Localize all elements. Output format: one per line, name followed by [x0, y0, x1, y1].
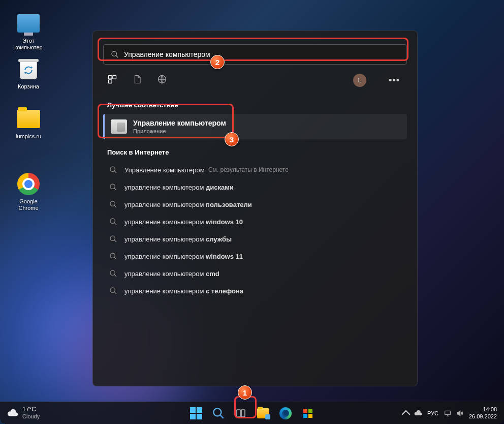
taskbar-center: [186, 403, 318, 423]
desktop-icon-label: Google Chrome: [9, 198, 48, 211]
tray-date: 26.09.2022: [469, 413, 497, 420]
svg-line-7: [114, 171, 116, 173]
search-input[interactable]: [124, 50, 399, 58]
svg-rect-25: [241, 410, 245, 417]
tray-datetime[interactable]: 14:08 26.09.2022: [469, 406, 497, 419]
svg-line-17: [114, 257, 116, 259]
svg-point-20: [110, 288, 115, 292]
svg-point-22: [213, 408, 221, 416]
svg-point-10: [110, 201, 115, 206]
tray-onedrive-icon[interactable]: [414, 409, 422, 417]
svg-line-9: [114, 188, 116, 190]
svg-line-13: [114, 223, 116, 225]
web-result-item[interactable]: управление компьютером дисками: [103, 178, 407, 196]
svg-point-18: [110, 270, 115, 275]
svg-point-0: [112, 51, 116, 56]
section-title-web: Поиск в Интернете: [107, 148, 407, 156]
tray-network-icon[interactable]: [444, 409, 452, 417]
svg-line-11: [114, 205, 116, 207]
tray-time: 14:08: [469, 406, 497, 413]
tab-apps-icon[interactable]: [107, 74, 117, 86]
search-box[interactable]: [103, 44, 407, 65]
svg-line-23: [220, 415, 224, 418]
desktop-icon-this-pc[interactable]: Этот компьютер: [9, 11, 48, 51]
section-title-best-match: Лучшее соответствие: [107, 101, 407, 109]
web-result-item[interactable]: управление компьютером windows 11: [103, 248, 407, 265]
svg-point-16: [110, 253, 115, 258]
search-tabs: L •••: [103, 72, 407, 92]
svg-point-8: [110, 184, 115, 189]
taskbar-tray: РУС 14:08 26.09.2022: [403, 406, 504, 419]
web-result-item[interactable]: управление компьютером cmd: [103, 265, 407, 282]
taskbar-edge-button[interactable]: [275, 403, 296, 423]
search-icon: [109, 287, 117, 295]
taskbar-explorer-button[interactable]: [253, 403, 273, 423]
tab-documents-icon[interactable]: [133, 74, 142, 86]
callout-badge-2: 2: [210, 55, 225, 69]
search-icon: [109, 218, 117, 226]
desktop-icon-label: Этот компьютер: [9, 38, 48, 51]
svg-rect-26: [445, 411, 451, 414]
tray-chevron-icon[interactable]: [403, 409, 409, 417]
desktop-icon-label: lumpics.ru: [9, 133, 48, 140]
search-icon: [109, 252, 117, 260]
svg-line-21: [114, 292, 116, 294]
weather-temp: 17°C: [22, 406, 40, 413]
svg-rect-4: [109, 80, 112, 83]
tray-language[interactable]: РУС: [427, 410, 438, 416]
tray-volume-icon[interactable]: [456, 409, 464, 417]
desktop-icon-label: Корзина: [9, 83, 48, 90]
web-result-item[interactable]: управление компьютером windows 10: [103, 213, 407, 230]
web-result-item[interactable]: управление компьютером с телефона: [103, 282, 407, 299]
taskbar: 17°C Cloudy РУС 14:08 26.09.2022: [0, 402, 504, 424]
svg-point-14: [110, 236, 115, 240]
web-result-item[interactable]: Управление компьютером - См. результаты …: [103, 161, 407, 178]
taskbar-weather[interactable]: 17°C Cloudy: [0, 406, 40, 419]
svg-line-15: [114, 240, 116, 242]
tab-web-icon[interactable]: [157, 74, 167, 86]
svg-line-1: [116, 55, 118, 57]
svg-point-12: [110, 219, 115, 223]
taskbar-taskview-button[interactable]: [231, 403, 251, 423]
weather-cond: Cloudy: [22, 413, 40, 420]
best-match-title: Управление компьютером: [133, 119, 226, 127]
svg-point-6: [110, 167, 115, 171]
best-match-subtitle: Приложение: [133, 128, 226, 134]
search-icon: [109, 166, 117, 174]
search-icon: [109, 200, 117, 208]
start-button[interactable]: [186, 403, 206, 423]
search-icon: [109, 183, 117, 191]
callout-badge-3: 3: [225, 132, 239, 146]
svg-rect-2: [109, 76, 112, 79]
callout-badge-1: 1: [238, 385, 252, 400]
svg-rect-3: [113, 76, 116, 79]
desktop-icon-chrome[interactable]: Google Chrome: [9, 172, 48, 211]
user-avatar[interactable]: L: [353, 74, 366, 87]
svg-rect-24: [237, 410, 240, 417]
weather-icon: [7, 408, 18, 419]
web-results-list: Управление компьютером - См. результаты …: [103, 161, 407, 299]
search-panel: L ••• Лучшее соответствие Управление ком…: [92, 31, 418, 386]
computer-management-icon: [111, 119, 127, 134]
search-icon: [111, 50, 119, 58]
search-icon: [109, 269, 117, 278]
best-match-result[interactable]: Управление компьютером Приложение: [103, 114, 407, 139]
taskbar-search-button[interactable]: [208, 403, 229, 423]
svg-line-19: [114, 275, 116, 277]
more-button[interactable]: •••: [386, 75, 403, 86]
desktop-icon-recycle-bin[interactable]: Корзина: [9, 57, 48, 90]
web-result-item[interactable]: управление компьютером пользователи: [103, 196, 407, 213]
web-result-item[interactable]: управление компьютером службы: [103, 230, 407, 248]
desktop-icon-folder[interactable]: lumpics.ru: [9, 107, 48, 140]
taskbar-store-button[interactable]: [298, 403, 318, 423]
search-icon: [109, 235, 117, 243]
